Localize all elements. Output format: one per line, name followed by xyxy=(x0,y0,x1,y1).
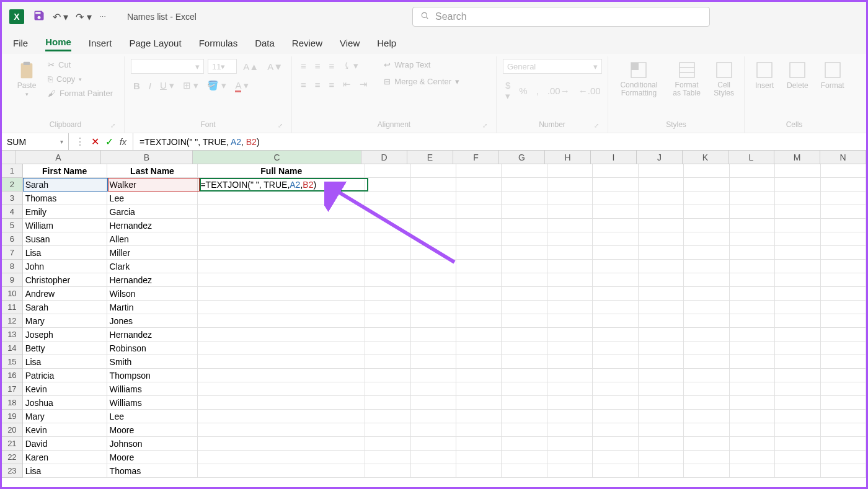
cell-F3[interactable] xyxy=(456,192,502,205)
cell-H8[interactable] xyxy=(547,260,593,273)
cell-L1[interactable] xyxy=(730,164,775,178)
cell-G22[interactable] xyxy=(502,451,547,464)
column-header-D[interactable]: D xyxy=(361,151,407,164)
cell-L14[interactable] xyxy=(730,341,775,355)
cell-N23[interactable] xyxy=(821,464,866,478)
cell-A3[interactable]: Thomas xyxy=(23,192,107,205)
cell-N1[interactable] xyxy=(821,164,866,178)
cell-H23[interactable] xyxy=(547,464,593,478)
cell-M15[interactable] xyxy=(775,355,820,369)
cell-I9[interactable] xyxy=(593,273,638,287)
cell-I3[interactable] xyxy=(593,192,638,205)
cell-B3[interactable]: Lee xyxy=(107,192,198,205)
cell-E22[interactable] xyxy=(411,451,456,464)
spreadsheet-grid[interactable]: ABCDEFGHIJKLMN 1First NameLast NameFull … xyxy=(2,151,866,478)
cell-N15[interactable] xyxy=(821,355,866,369)
cell-K6[interactable] xyxy=(684,232,729,246)
cell-F10[interactable] xyxy=(456,287,502,301)
cell-N9[interactable] xyxy=(821,273,866,287)
increase-font-icon[interactable]: A▲ xyxy=(241,60,261,73)
cell-N11[interactable] xyxy=(821,301,866,314)
cell-H22[interactable] xyxy=(547,451,593,464)
cell-J8[interactable] xyxy=(639,260,684,273)
cell-L5[interactable] xyxy=(730,219,775,232)
decrease-decimal-icon[interactable]: ←.00 xyxy=(576,84,603,97)
cell-D15[interactable] xyxy=(365,355,410,369)
cell-M13[interactable] xyxy=(775,328,820,341)
row-header-14[interactable]: 14 xyxy=(2,341,23,355)
cell-C21[interactable] xyxy=(198,437,365,451)
cell-I13[interactable] xyxy=(593,328,638,341)
cell-M7[interactable] xyxy=(775,246,820,260)
cancel-icon[interactable]: ✕ xyxy=(91,136,99,148)
tab-insert[interactable]: Insert xyxy=(89,35,112,51)
cell-F15[interactable] xyxy=(456,355,502,369)
cell-D5[interactable] xyxy=(365,219,410,232)
cell-L21[interactable] xyxy=(730,437,775,451)
column-header-L[interactable]: L xyxy=(728,151,774,164)
cell-C13[interactable] xyxy=(198,328,365,341)
row-header-9[interactable]: 9 xyxy=(2,273,23,287)
cell-J21[interactable] xyxy=(639,437,684,451)
cell-A13[interactable]: Joseph xyxy=(23,328,107,341)
cell-L22[interactable] xyxy=(730,451,775,464)
cell-F18[interactable] xyxy=(456,396,502,410)
cell-K2[interactable] xyxy=(684,178,729,192)
cell-J23[interactable] xyxy=(639,464,684,478)
cell-C2[interactable]: =TEXTJOIN(" ", TRUE, A2, B2) xyxy=(198,178,365,192)
cell-H19[interactable] xyxy=(547,410,593,423)
cell-F23[interactable] xyxy=(456,464,502,478)
cell-I22[interactable] xyxy=(593,451,638,464)
cell-C6[interactable] xyxy=(198,232,365,246)
cell-I5[interactable] xyxy=(593,219,638,232)
decrease-indent-icon[interactable]: ⇤ xyxy=(340,77,353,91)
percent-icon[interactable]: % xyxy=(516,84,529,97)
cell-I23[interactable] xyxy=(593,464,638,478)
cell-B7[interactable]: Miller xyxy=(107,246,198,260)
cell-I21[interactable] xyxy=(593,437,638,451)
cell-N14[interactable] xyxy=(821,341,866,355)
cell-I16[interactable] xyxy=(593,369,638,382)
cell-B23[interactable]: Thomas xyxy=(107,464,198,478)
cell-K10[interactable] xyxy=(684,287,729,301)
cell-J2[interactable] xyxy=(639,178,684,192)
cell-A11[interactable]: Sarah xyxy=(23,301,107,314)
cell-D12[interactable] xyxy=(365,314,410,328)
undo-icon[interactable]: ↶ ▾ xyxy=(53,11,68,23)
column-header-B[interactable]: B xyxy=(101,151,193,164)
cell-K23[interactable] xyxy=(684,464,729,478)
cell-I17[interactable] xyxy=(593,382,638,396)
cell-G17[interactable] xyxy=(502,382,547,396)
cell-C9[interactable] xyxy=(198,273,365,287)
cell-F5[interactable] xyxy=(456,219,502,232)
cell-C17[interactable] xyxy=(198,382,365,396)
cell-K5[interactable] xyxy=(684,219,729,232)
cell-I15[interactable] xyxy=(593,355,638,369)
cell-F16[interactable] xyxy=(456,369,502,382)
cell-K14[interactable] xyxy=(684,341,729,355)
cell-B1[interactable]: Last Name xyxy=(107,164,198,178)
save-icon[interactable] xyxy=(33,9,45,24)
cell-B6[interactable]: Allen xyxy=(107,232,198,246)
cell-J17[interactable] xyxy=(639,382,684,396)
cell-A15[interactable]: Lisa xyxy=(23,355,107,369)
row-header-1[interactable]: 1 xyxy=(2,164,23,178)
cell-M1[interactable] xyxy=(775,164,820,178)
cell-G14[interactable] xyxy=(502,341,547,355)
cell-D17[interactable] xyxy=(365,382,410,396)
insert-cells-button[interactable]: Insert xyxy=(751,59,778,118)
cell-I11[interactable] xyxy=(593,301,638,314)
cell-L15[interactable] xyxy=(730,355,775,369)
cell-C20[interactable] xyxy=(198,423,365,437)
cell-N16[interactable] xyxy=(821,369,866,382)
cell-D23[interactable] xyxy=(365,464,410,478)
cell-N10[interactable] xyxy=(821,287,866,301)
cell-E2[interactable] xyxy=(411,178,456,192)
delete-cells-button[interactable]: Delete xyxy=(783,59,812,118)
cell-B19[interactable]: Lee xyxy=(107,410,198,423)
cell-G19[interactable] xyxy=(502,410,547,423)
wrap-text-button[interactable]: ↩Wrap Text xyxy=(381,59,462,71)
cell-K1[interactable] xyxy=(684,164,729,178)
cell-K9[interactable] xyxy=(684,273,729,287)
cell-G4[interactable] xyxy=(502,205,547,219)
